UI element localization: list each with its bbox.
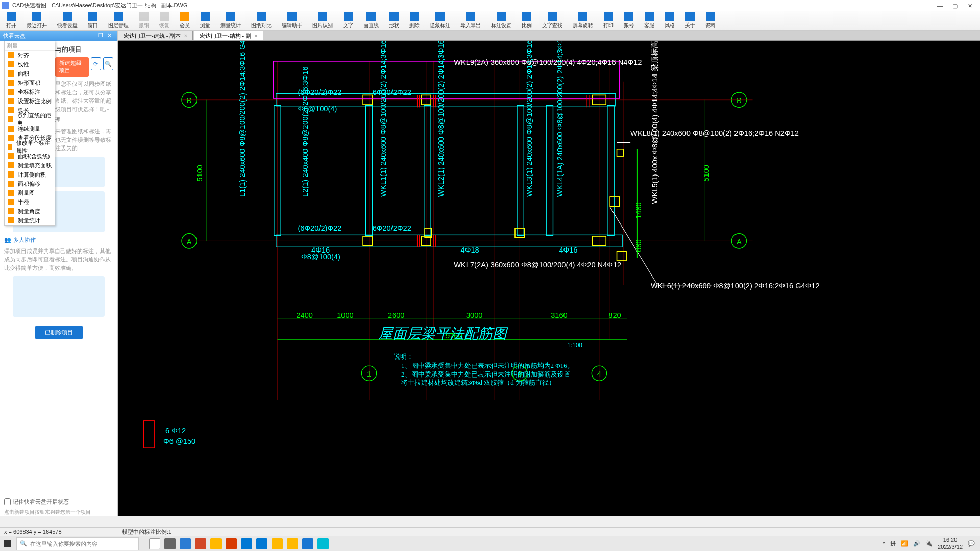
toolbar-ratio[interactable]: 比例	[517, 11, 537, 30]
toolbar-service[interactable]: 客服	[639, 11, 659, 30]
dropdown-item-7[interactable]: 点到直线的距离	[5, 115, 55, 124]
toolbar-resource[interactable]: 资料	[700, 11, 721, 30]
dd-icon	[8, 70, 14, 77]
tray-volume-icon[interactable]: 🔊	[913, 540, 920, 547]
task-cortana[interactable]	[149, 538, 160, 549]
svg-text:WKL7(2A) 360x600
Φ8@100/200(4): WKL7(2A) 360x600 Φ8@100/200(4) 4Φ20 N4Φ1…	[454, 261, 621, 269]
svg-text:WKL1(1) 240x600
Φ8@100/200(2)
: WKL1(1) 240x600 Φ8@100/200(2) 2Φ14;3Φ16 …	[379, 41, 387, 197]
dropdown-item-0[interactable]: 对齐	[5, 51, 55, 60]
dropdown-item-18[interactable]: 测量统计	[5, 216, 55, 225]
tray-notifications-icon[interactable]: 💬	[968, 540, 975, 547]
toolbar-aset[interactable]: 标注设置	[486, 11, 517, 30]
toolbar-text[interactable]: 文字	[338, 11, 358, 30]
tray-battery-icon[interactable]: 🔌	[925, 540, 933, 547]
task-explorer[interactable]	[210, 538, 222, 549]
toolbar-rotate[interactable]: 屏幕旋转	[568, 11, 598, 30]
dropdown-item-5[interactable]: 设置标注比例	[5, 96, 55, 106]
tab-close-icon[interactable]: ×	[254, 33, 257, 39]
tab-close-icon[interactable]: ×	[184, 33, 187, 39]
new-super-project-button[interactable]: 新建超级项目	[55, 57, 89, 77]
task-notes[interactable]	[287, 538, 298, 549]
toolbar-hide[interactable]: 隐藏标注	[425, 11, 455, 30]
toolbar-undo[interactable]: 撤销	[134, 11, 154, 30]
dropdown-item-4[interactable]: 坐标标注	[5, 87, 55, 96]
svg-text:1480: 1480	[634, 202, 643, 219]
toolbar-open[interactable]: 打开	[1, 11, 21, 30]
dropdown-item-13[interactable]: 计算侧面积	[5, 170, 55, 179]
tray-clock[interactable]: 16:202022/3/12	[938, 537, 963, 550]
toolbar-find[interactable]: 文字查找	[537, 11, 568, 30]
dd-icon	[8, 89, 14, 95]
dropdown-item-11[interactable]: 面积(含弧线)	[5, 152, 55, 161]
task-mail[interactable]	[241, 538, 252, 549]
windows-search[interactable]: 🔍	[16, 537, 139, 550]
dropdown-item-16[interactable]: 半径	[5, 197, 55, 207]
doc-tab-1[interactable]: 宏达门卫一-结构 - 副×	[194, 31, 263, 40]
toolbar-style[interactable]: 风格	[659, 11, 680, 30]
io-icon	[466, 12, 475, 21]
task-edge[interactable]	[256, 538, 267, 549]
toolbar-io[interactable]: 导入导出	[455, 11, 486, 30]
toolbar-vip[interactable]: 会员	[175, 11, 195, 30]
svg-text:WKL2(1) 240x600
Φ8@100/200(2)
: WKL2(1) 240x600 Φ8@100/200(2) 2Φ14;3Φ16 …	[437, 41, 445, 197]
toolbar-recent[interactable]: 最近打开	[21, 11, 52, 30]
toolbar-shape[interactable]: 形状	[384, 11, 404, 30]
drawing-scale: 1:100	[567, 342, 582, 349]
task-tips[interactable]	[272, 538, 283, 549]
toolbar-edit[interactable]: 编辑助手	[277, 11, 307, 30]
toolbar-account[interactable]: 账号	[619, 11, 639, 30]
doc-tab-0[interactable]: 宏达门卫一-建筑 - 副本×	[118, 31, 193, 40]
close-button[interactable]: ✕	[968, 3, 974, 9]
toolbar-compare[interactable]: 图纸对比	[246, 11, 277, 30]
toolbar-window[interactable]: 窗口	[83, 11, 103, 30]
toolbar-line[interactable]: 画直线	[358, 11, 384, 30]
toolbar-print[interactable]: 打印	[598, 11, 619, 30]
dropdown-item-14[interactable]: 面积偏移	[5, 179, 55, 188]
dropdown-item-12[interactable]: 测量填充面积	[5, 161, 55, 170]
recog-icon	[318, 12, 327, 21]
task-view[interactable]	[164, 538, 176, 549]
task-office[interactable]	[226, 538, 237, 549]
toolbar-mstats[interactable]: 测量统计	[215, 11, 246, 30]
cloud-close-icon[interactable]: ✕	[107, 32, 114, 39]
task-wps[interactable]	[195, 538, 206, 549]
maximize-button[interactable]: ▢	[952, 3, 959, 9]
cloud-restore-icon[interactable]: ❐	[98, 32, 105, 39]
task-app[interactable]	[317, 538, 329, 549]
toolbar-redo[interactable]: 恢复	[154, 11, 175, 30]
dropdown-item-10[interactable]: 修改单个标注属性	[5, 142, 55, 152]
main-toolbar: 打开最近打开快看云盘窗口图层管理撤销恢复会员测量测量统计图纸对比编辑助手图片识别…	[0, 11, 980, 31]
start-button[interactable]	[0, 536, 15, 552]
svg-text:4Φ16: 4Φ16	[559, 246, 577, 254]
search-input[interactable]	[30, 541, 135, 547]
remember-checkbox[interactable]	[4, 498, 11, 505]
resource-icon	[706, 12, 715, 21]
toolbar-cloud[interactable]: 快看云盘	[52, 11, 83, 30]
refresh-button[interactable]: ⟳	[91, 57, 101, 70]
dropdown-item-3[interactable]: 矩形面积	[5, 78, 55, 87]
about-icon	[685, 12, 695, 21]
dropdown-search[interactable]: 测量	[5, 41, 55, 51]
toolbar-layer[interactable]: 图层管理	[103, 11, 134, 30]
svg-text:WKL6(1) 240x600
Φ8@100(2)
2Φ16: WKL6(1) 240x600 Φ8@100(2) 2Φ16;2Φ16 G4Φ1…	[651, 282, 820, 290]
task-cad[interactable]	[302, 538, 313, 549]
cad-canvas[interactable]: BB AA 134	[118, 41, 980, 516]
style-icon	[665, 12, 674, 21]
toolbar-recog[interactable]: 图片识别	[307, 11, 338, 30]
task-word[interactable]	[180, 538, 191, 549]
dropdown-item-17[interactable]: 测量角度	[5, 207, 55, 216]
toolbar-about[interactable]: 关于	[680, 11, 700, 30]
dropdown-item-2[interactable]: 面积	[5, 69, 55, 78]
dd-icon	[8, 144, 12, 150]
deleted-projects-button[interactable]: 已删除项目	[35, 326, 83, 339]
minimize-button[interactable]: —	[937, 3, 943, 9]
tray-ime-icon[interactable]: 拼	[890, 540, 896, 547]
dropdown-item-1[interactable]: 线性	[5, 60, 55, 69]
dropdown-item-15[interactable]: 测量图	[5, 188, 55, 197]
toolbar-delete[interactable]: 删除	[404, 11, 425, 30]
remember-state[interactable]: 记住快看云盘开启状态	[0, 495, 117, 509]
search-button[interactable]: 🔍	[103, 57, 113, 70]
toolbar-measure[interactable]: 测量	[195, 11, 215, 30]
tray-wifi-icon[interactable]: 📶	[901, 540, 908, 547]
tray-up-icon[interactable]: ^	[883, 541, 885, 547]
